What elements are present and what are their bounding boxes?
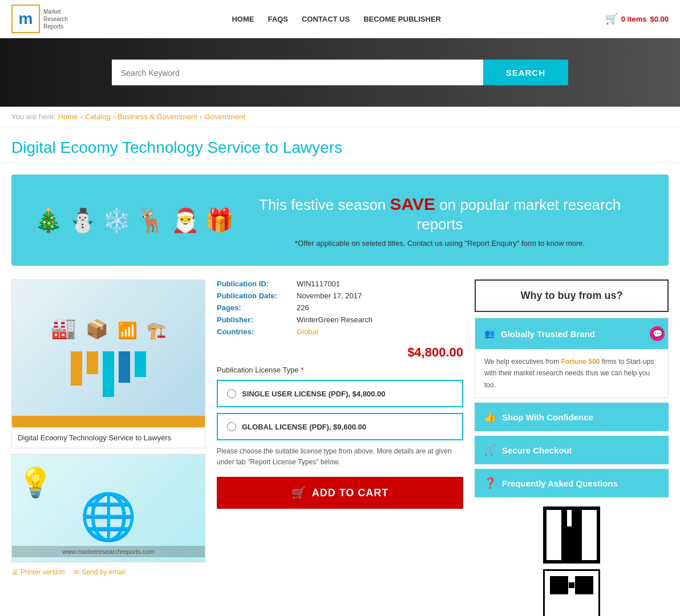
banner-main-text: This festive season SAVE on popular mark… [234,193,646,234]
product-image-content: 🏭 📦 📶 🏗️ [12,280,205,427]
globally-trusted-label: Globally Trusted Brand [501,329,595,339]
printer-version-link[interactable]: 🖨 Printer version [11,568,64,576]
search-input[interactable] [112,60,483,86]
qr-placeholder [543,569,600,616]
qr-code [543,506,600,564]
globe-icon: 🌐 [80,490,137,544]
add-to-cart-button[interactable]: 🛒 ADD TO CART [217,477,463,509]
logo-box: m [11,5,40,33]
logo: m MarketResearchReports [11,5,68,33]
faq-item[interactable]: ❓ Frequently Asked Questions [475,469,669,497]
banner-icon-5: 🎅 [171,207,200,234]
breadcrumb-government[interactable]: Government [204,112,245,121]
global-license-radio[interactable] [227,422,236,431]
main-content: 🏭 📦 📶 🏗️ Digital Ecoomy Technology Servi… [0,279,680,616]
banner-text: This festive season SAVE on popular mark… [234,193,646,248]
pub-id-value: WIN1117001 [297,279,463,288]
search-button[interactable]: SEARCH [483,60,568,86]
cart-button-icon: 🛒 [292,486,306,500]
license-note: Please choose the suitable license type … [217,446,463,468]
product-title-caption: Digital Ecoomy Technology Service to Law… [11,428,205,448]
required-marker: * [301,366,303,374]
price-row: $4,800.00 [217,345,463,360]
product-image-bottom: 💡 🌐 www.marketresearchreports.com [11,454,205,562]
license-label: Publication License Type * [217,366,463,374]
banner-save-word: SAVE [390,194,435,213]
globally-trusted-header[interactable]: 👥 Globally Trusted Brand 💬 [475,318,668,349]
left-column: 🏭 📦 📶 🏗️ Digital Ecoomy Technology Servi… [11,279,205,616]
qr-grid [550,576,593,616]
faq-label: Frequently Asked Questions [502,479,618,488]
nav-faqs[interactable]: FAQS [268,15,288,23]
cart-area[interactable]: 🛒 0 items $0.00 [605,13,669,25]
breadcrumb-sep1: › [80,112,82,121]
publication-info: Publication ID: WIN1117001 Publication D… [217,279,463,336]
product-icon-4: 🏗️ [147,321,167,340]
single-user-label: SINGLE USER LICENSE (PDF), $4,800.00 [242,390,385,398]
product-bar-charts [71,351,146,397]
product-image-top: 🏭 📦 📶 🏗️ [11,279,205,428]
banner-sub-text: *Offer applicable on seleted titles. Con… [234,239,646,248]
chart-bar-1 [71,351,82,386]
add-to-cart-label: ADD TO CART [312,487,389,499]
logo-text: MarketResearchReports [43,8,68,30]
logo-letter: m [19,10,33,28]
single-user-radio[interactable] [227,389,236,398]
send-by-email-link[interactable]: ✉ Send by email [74,568,125,576]
cart-items: 0 items [621,15,647,23]
product-icon-2: 📦 [86,318,108,340]
shop-confidence-icon: 👍 [484,411,496,423]
globally-trusted-body: We help executives from Fortune 500 firm… [475,349,668,398]
breadcrumb-you-are: You are here: [11,112,56,121]
header: m MarketResearchReports HOME FAQS CONTAC… [0,0,680,38]
banner-icon-6: 🎁 [205,207,234,234]
nav-home[interactable]: HOME [232,15,254,23]
breadcrumb-catalog[interactable]: Catalog [85,112,111,121]
pub-countries-label: Countries: [217,327,291,336]
promo-banner: 🎄 ⛄ ❄️ 🦌 🎅 🎁 This festive season SAVE on… [11,175,669,266]
faq-icon: ❓ [484,477,496,489]
product-icon-1: 🏭 [51,316,76,340]
secure-checkout-item[interactable]: 🛒 Secure Checkout [475,436,669,464]
notify-button[interactable]: 💬 [650,326,665,341]
single-user-license-option[interactable]: SINGLE USER LICENSE (PDF), $4,800.00 [217,380,463,407]
orange-bar [12,416,205,427]
middle-column: Publication ID: WIN1117001 Publication D… [217,279,463,616]
breadcrumb-home[interactable]: Home [58,112,78,121]
breadcrumb-business-government[interactable]: Business & Government [118,112,197,121]
global-license-option[interactable]: GLOBAL LICENSE (PDF), $9,600.00 [217,413,463,440]
search-bar: SEARCH [112,60,568,86]
breadcrumb-sep3: › [200,112,202,121]
cart-icon: 🛒 [605,13,618,25]
banner-icon-4: 🦌 [137,207,165,234]
chart-bar-2 [87,351,98,374]
email-icon: ✉ [74,568,79,576]
banner-icon-3: ❄️ [103,207,131,234]
page-title: Digital Ecoomy Technology Service to Law… [0,127,680,163]
right-column: Why to buy from us? 👥 Globally Trusted B… [475,279,669,616]
secure-checkout-label: Secure Checkout [502,445,572,455]
pub-pages-value: 226 [297,303,463,312]
website-url: www.marketresearchreports.com [12,546,205,557]
pub-id-label: Publication ID: [217,279,291,288]
product-icon-3: 📶 [118,321,137,340]
secure-checkout-icon: 🛒 [484,444,496,456]
nav-contact[interactable]: CONTACT US [302,15,350,23]
chart-bar-5 [135,351,146,377]
fortune-text: Fortune 500 [561,358,600,366]
globally-trusted-icon: 👥 [484,329,495,339]
qr-display [475,569,669,616]
shop-confidence-item[interactable]: 👍 Shop With Confidence [475,403,669,431]
pub-pages-label: Pages: [217,303,291,312]
cart-amount: $0.00 [650,15,669,23]
pub-countries-value[interactable]: Global [297,327,463,336]
shop-confidence-label: Shop With Confidence [502,412,593,422]
breadcrumb-sep2: › [112,112,115,121]
navigation: HOME FAQS CONTACT US BECOME PUBLISHER [232,15,440,23]
nav-publisher[interactable]: BECOME PUBLISHER [363,15,441,23]
global-license-label: GLOBAL LICENSE (PDF), $9,600.00 [242,423,366,431]
why-buy-box: Why to buy from us? [475,279,669,312]
banner-icon-1: 🎄 [34,207,63,234]
qr-section [475,506,669,564]
globally-trusted-section: 👥 Globally Trusted Brand 💬 We help execu… [475,318,669,398]
